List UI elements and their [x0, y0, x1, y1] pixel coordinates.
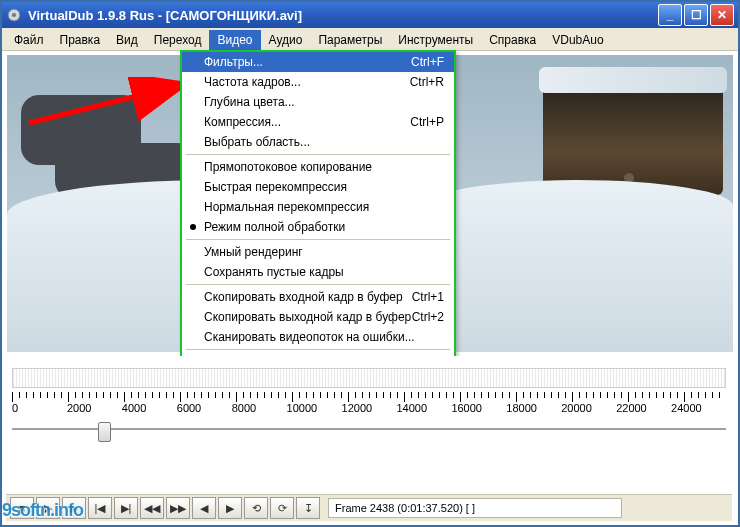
menu-файл[interactable]: Файл: [6, 30, 52, 50]
ruler-label: 12000: [342, 402, 397, 414]
menu-вид[interactable]: Вид: [108, 30, 146, 50]
video-menu-dropdown: Фильтры...Ctrl+FЧастота кадров...Ctrl+RГ…: [180, 50, 456, 374]
menu-item-shortcut: Ctrl+F: [411, 55, 444, 69]
maximize-button[interactable]: ☐: [684, 4, 708, 26]
timeline-area: 0200040006000800010000120001400016000180…: [6, 356, 732, 442]
mark-out-icon[interactable]: ▶: [218, 497, 242, 519]
slider-thumb[interactable]: [98, 422, 111, 442]
app-window: VirtualDub 1.9.8 Rus - [САМОГОНЩИКИ.avi]…: [0, 0, 740, 527]
menu-item-shortcut: Ctrl+1: [412, 290, 444, 304]
menu-инструменты[interactable]: Инструменты: [390, 30, 481, 50]
skip-fwd-icon[interactable]: ⟳: [270, 497, 294, 519]
menu-item-label: Быстрая перекомпрессия: [204, 180, 347, 194]
position-slider[interactable]: [12, 420, 726, 438]
transport-toolbar: ■▶▶|◀▶|◀◀▶▶◀▶⟲⟳↧Frame 2438 (0:01:37.520)…: [6, 494, 732, 521]
menu-item[interactable]: Быстрая перекомпрессия: [182, 177, 454, 197]
menu-item-shortcut: Ctrl+P: [410, 115, 444, 129]
menu-видео[interactable]: Видео: [209, 30, 260, 50]
mark-in-icon[interactable]: ◀: [192, 497, 216, 519]
window-title: VirtualDub 1.9.8 Rus - [САМОГОНЩИКИ.avi]: [28, 8, 302, 23]
menu-item-label: Умный рендеринг: [204, 245, 303, 259]
minimize-button[interactable]: _: [658, 4, 682, 26]
menu-item[interactable]: Умный рендеринг: [182, 242, 454, 262]
menu-item-label: Глубина цвета...: [204, 95, 295, 109]
menu-аудио[interactable]: Аудио: [261, 30, 311, 50]
step-back-icon[interactable]: ◀◀: [140, 497, 164, 519]
menu-item[interactable]: Прямопотоковое копирование: [182, 157, 454, 177]
menu-item-label: Режим полной обработки: [204, 220, 345, 234]
ruler-label: 20000: [561, 402, 616, 414]
ruler-label: 4000: [122, 402, 177, 414]
menu-item-label: Скопировать выходной кадр в буфер: [204, 310, 411, 324]
menu-item[interactable]: Глубина цвета...: [182, 92, 454, 112]
menu-переход[interactable]: Переход: [146, 30, 210, 50]
menu-vdubauo[interactable]: VDubAuo: [544, 30, 611, 50]
skip-back-icon[interactable]: ⟲: [244, 497, 268, 519]
menu-item-label: Фильтры...: [204, 55, 263, 69]
menu-item[interactable]: Частота кадров...Ctrl+R: [182, 72, 454, 92]
goto-icon[interactable]: ↧: [296, 497, 320, 519]
menu-item[interactable]: Сканировать видеопоток на ошибки...: [182, 327, 454, 347]
menu-item[interactable]: Выбрать область...: [182, 132, 454, 152]
ruler-label: 10000: [287, 402, 342, 414]
ruler-label: 2000: [67, 402, 122, 414]
ruler-label: 24000: [671, 402, 726, 414]
ruler-label: 18000: [506, 402, 561, 414]
ruler-label: 22000: [616, 402, 671, 414]
menu-item-label: Частота кадров...: [204, 75, 301, 89]
window-controls: _ ☐ ✕: [658, 4, 734, 26]
svg-point-1: [12, 13, 16, 17]
close-button[interactable]: ✕: [710, 4, 734, 26]
titlebar[interactable]: VirtualDub 1.9.8 Rus - [САМОГОНЩИКИ.avi]…: [2, 2, 738, 28]
menu-справка[interactable]: Справка: [481, 30, 544, 50]
menu-правка[interactable]: Правка: [52, 30, 109, 50]
menu-параметры[interactable]: Параметры: [310, 30, 390, 50]
ruler-label: 8000: [232, 402, 287, 414]
status-field: Frame 2438 (0:01:37.520) [ ]: [328, 498, 622, 518]
menubar: ФайлПравкаВидПереходВидеоАудиоПараметрыИ…: [2, 28, 738, 51]
menu-item-label: Компрессия...: [204, 115, 281, 129]
ruler-label: 16000: [451, 402, 506, 414]
menu-item[interactable]: Фильтры...Ctrl+F: [182, 52, 454, 72]
menu-item-shortcut: Ctrl+2: [412, 310, 444, 324]
step-fwd-icon[interactable]: ▶▶: [166, 497, 190, 519]
stop-icon[interactable]: ■: [10, 497, 34, 519]
next-key-icon[interactable]: ▶|: [114, 497, 138, 519]
menu-item[interactable]: Скопировать выходной кадр в буферCtrl+2: [182, 307, 454, 327]
menu-item-label: Нормальная перекомпрессия: [204, 200, 369, 214]
menu-item[interactable]: Нормальная перекомпрессия: [182, 197, 454, 217]
play-out-icon[interactable]: ▶: [62, 497, 86, 519]
menu-item-label: Скопировать входной кадр в буфер: [204, 290, 403, 304]
menu-item-label: Сохранять пустые кадры: [204, 265, 344, 279]
menu-item-label: Прямопотоковое копирование: [204, 160, 372, 174]
ruler-label: 0: [12, 402, 67, 414]
menu-item[interactable]: Сохранять пустые кадры: [182, 262, 454, 282]
prev-key-icon[interactable]: |◀: [88, 497, 112, 519]
menu-item-shortcut: Ctrl+R: [410, 75, 444, 89]
frame-ruler: 0200040006000800010000120001400016000180…: [12, 392, 726, 418]
ruler-label: 14000: [396, 402, 451, 414]
menu-item[interactable]: Компрессия...Ctrl+P: [182, 112, 454, 132]
app-icon: [6, 7, 22, 23]
menu-item-label: Выбрать область...: [204, 135, 310, 149]
filmstrip-track[interactable]: [12, 368, 726, 388]
menu-item-label: Сканировать видеопоток на ошибки...: [204, 330, 415, 344]
menu-item[interactable]: Режим полной обработки: [182, 217, 454, 237]
ruler-label: 6000: [177, 402, 232, 414]
play-in-icon[interactable]: ▶: [36, 497, 60, 519]
menu-item[interactable]: Скопировать входной кадр в буферCtrl+1: [182, 287, 454, 307]
